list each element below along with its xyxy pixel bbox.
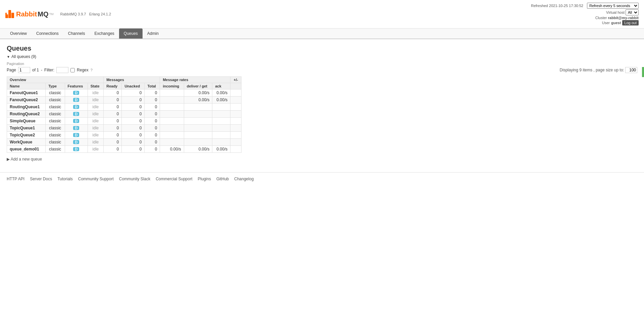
page-number-input[interactable] (18, 67, 30, 73)
footer-link[interactable]: GitHub (216, 177, 229, 181)
vhost-select[interactable]: All / (626, 9, 639, 15)
all-queues-header[interactable]: ▼ All queues (9) (7, 54, 637, 59)
cell-name[interactable]: RoutingQueue1 (7, 104, 46, 111)
col-ready: Ready (104, 83, 122, 89)
footer-link[interactable]: Plugins (198, 177, 211, 181)
cell-incoming (160, 111, 184, 118)
cell-ack (212, 104, 230, 111)
queues-table-container: Overview Messages Message rates +/- Name… (7, 76, 637, 153)
cell-total: 0 (145, 125, 160, 132)
nav-overview[interactable]: Overview (5, 28, 32, 39)
table-row[interactable]: TopicQueue2classicDidle000 (7, 132, 241, 139)
refresh-interval-select[interactable]: Refresh every 5 seconds Refresh every 10… (587, 3, 639, 9)
of-label: of 1 (32, 68, 39, 72)
cell-incoming: 0.00/s (160, 146, 184, 153)
cell-ready: 0 (104, 132, 122, 139)
cell-state: idle (88, 111, 104, 118)
user-label: User (602, 21, 610, 25)
nav-channels[interactable]: Channels (63, 28, 90, 39)
cell-total: 0 (145, 132, 160, 139)
footer-link[interactable]: Tutorials (57, 177, 73, 181)
footer-link[interactable]: Commercial Support (156, 177, 192, 181)
nav-admin[interactable]: Admin (143, 28, 163, 39)
footer-link[interactable]: Server Docs (30, 177, 52, 181)
cell-ready: 0 (104, 125, 122, 132)
page-size-input[interactable] (625, 67, 637, 73)
pagination-controls: Page of 1 - Filter: Regex ? Displaying 9… (7, 67, 637, 73)
cell-name[interactable]: FanoutQueue2 (7, 97, 46, 104)
table-row[interactable]: FanoutQueue2classicDidle0000.00/s0.00/s (7, 97, 241, 104)
cluster-value: rabbit@my-rabbit (608, 16, 639, 20)
cluster-row: Cluster rabbit@my-rabbit (531, 16, 639, 20)
cell-name[interactable]: TopicQueue2 (7, 132, 46, 139)
col-spacer (230, 83, 241, 89)
table-row[interactable]: queue_demo01classicDidle0000.00/s0.00/s0… (7, 146, 241, 153)
pagination-label: Pagination (7, 62, 637, 66)
svg-rect-1 (8, 10, 11, 18)
cell-unacked: 0 (122, 89, 145, 97)
cell-unacked: 0 (122, 118, 145, 125)
cell-ack (212, 132, 230, 139)
logout-button[interactable]: Log out (622, 20, 639, 25)
nav-bar: Overview Connections Channels Exchanges … (0, 28, 644, 39)
logo-area: RabbitMQTM RabbitMQ 3.9.7 Erlang 24.1.2 (5, 10, 111, 18)
cell-name[interactable]: queue_demo01 (7, 146, 46, 153)
cell-type: classic (46, 89, 65, 97)
col-state: State (88, 83, 104, 89)
logo-mq-text: MQ (38, 10, 48, 18)
filter-input[interactable] (56, 67, 68, 73)
cell-total: 0 (145, 104, 160, 111)
svg-rect-2 (11, 13, 14, 18)
vhost-label: Virtual host (606, 10, 625, 14)
cell-ack (212, 139, 230, 146)
cell-name[interactable]: TopicQueue1 (7, 125, 46, 132)
cell-incoming (160, 139, 184, 146)
cell-ack: 0.00/s (212, 146, 230, 153)
footer-link[interactable]: Changelog (234, 177, 254, 181)
user-value: guest (611, 21, 621, 25)
cell-feature: D (65, 104, 88, 111)
cell-unacked: 0 (122, 146, 145, 153)
add-queue-label: Add a new queue (11, 157, 42, 162)
cell-name[interactable]: RoutingQueue2 (7, 111, 46, 118)
table-row[interactable]: FanoutQueue1classicDidle0000.00/s0.00/s (7, 89, 241, 97)
table-row[interactable]: RoutingQueue2classicDidle000 (7, 111, 241, 118)
footer-link[interactable]: Community Support (78, 177, 114, 181)
footer-link[interactable]: HTTP API (7, 177, 24, 181)
table-row[interactable]: SimpleQueueclassicDidle000 (7, 118, 241, 125)
sub-header-row: Name Type Features State Ready Unacked T… (7, 83, 241, 89)
displaying-label: Displaying 9 items , page size up to: (560, 68, 624, 72)
cell-total: 0 (145, 89, 160, 97)
vhost-row: Virtual host All / (531, 9, 639, 15)
cell-total: 0 (145, 111, 160, 118)
nav-connections[interactable]: Connections (32, 28, 63, 39)
nav-exchanges[interactable]: Exchanges (90, 28, 119, 39)
cell-state: idle (88, 118, 104, 125)
add-queue-triangle: ▶ (7, 157, 10, 162)
regex-checkbox[interactable] (70, 68, 75, 72)
plus-minus-btn[interactable]: +/- (230, 77, 241, 83)
cell-ready: 0 (104, 97, 122, 104)
cell-feature: D (65, 111, 88, 118)
cell-ack (212, 118, 230, 125)
cell-name[interactable]: WorkQueue (7, 139, 46, 146)
cell-ready: 0 (104, 139, 122, 146)
cell-deliver-get (184, 111, 212, 118)
col-incoming: incoming (160, 83, 184, 89)
table-row[interactable]: TopicQueue1classicDidle000 (7, 125, 241, 132)
refreshed-time: Refreshed 2021-10-25 17:30:52 (531, 4, 583, 8)
footer-link[interactable]: Community Slack (119, 177, 150, 181)
displaying-info: Displaying 9 items , page size up to: (560, 67, 637, 73)
cell-name[interactable]: SimpleQueue (7, 118, 46, 125)
cell-feature: D (65, 118, 88, 125)
cell-name[interactable]: FanoutQueue1 (7, 89, 46, 97)
cell-spacer (230, 89, 241, 97)
add-queue-section[interactable]: ▶ Add a new queue (7, 157, 637, 162)
filter-dash: - (41, 68, 42, 72)
svg-rect-3 (7, 13, 8, 14)
nav-queues[interactable]: Queues (119, 28, 143, 39)
cell-total: 0 (145, 97, 160, 104)
group-messages-header: Messages (104, 77, 160, 83)
table-row[interactable]: RoutingQueue1classicDidle000 (7, 104, 241, 111)
table-row[interactable]: WorkQueueclassicDidle000 (7, 139, 241, 146)
